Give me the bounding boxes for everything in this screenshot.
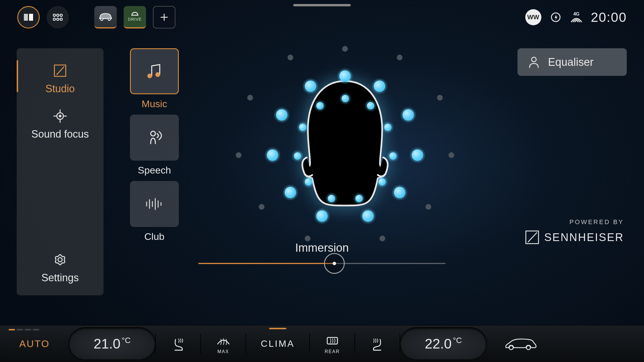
speaker-dot [316,102,324,109]
svg-point-22 [147,74,152,78]
apps-grid-icon [53,14,63,21]
sidebar-item-label: Studio [45,83,75,95]
brand-subtitle: POWERED BY [525,218,624,226]
preset-club[interactable]: Club [124,181,185,242]
speaker-dot [448,152,454,158]
speaker-dot [394,187,405,198]
climate-bar: AUTO 21.0°C MAX CLIMA [0,325,644,362]
climate-auto-button[interactable]: AUTO [0,326,69,362]
speaker-dot [288,55,293,60]
speaker-dot [267,149,278,161]
speaker-dot [355,195,363,202]
left-temp-control[interactable]: 21.0°C [69,326,155,362]
person-icon [527,55,540,69]
svg-point-16 [59,115,61,117]
cellular-signal-icon: 4G [570,11,583,24]
sidebar: Studio Sound focus Settings [17,48,103,295]
svg-point-8 [101,18,103,20]
status-area: WW 4G 20:00 [525,9,627,25]
music-note-icon [144,61,164,81]
svg-point-24 [151,131,155,136]
left-temp-unit: °C [122,336,131,345]
rear-defrost-button[interactable]: REAR [310,326,354,362]
front-defrost-icon [216,334,231,348]
car-side-icon [504,337,538,351]
svg-point-6 [57,18,59,20]
speaker-dot [437,95,443,101]
svg-line-33 [528,233,537,242]
svg-point-21 [58,258,62,262]
slider-fill [198,263,334,264]
speaker-dot [299,124,306,131]
svg-point-9 [108,18,110,20]
speaker-dot [305,178,312,186]
speaker-dot [412,149,423,161]
climate-auto-label: AUTO [19,338,50,349]
speaker-dot [247,95,253,101]
speaker-dot [285,187,296,198]
slider-thumb[interactable] [324,253,345,274]
svg-point-3 [57,14,59,16]
right-temp-unit: °C [453,336,462,345]
preset-speech[interactable]: Speech [124,115,185,176]
speaker-dot [362,210,374,222]
preset-music[interactable]: Music [124,48,185,109]
speaker-dot [294,152,301,160]
top-bar: DRIVE WW 4G 20:00 [0,0,644,34]
apps-grid-button[interactable] [47,6,69,28]
svg-point-35 [509,346,513,350]
right-temp-control[interactable]: 22.0°C [400,326,486,362]
sidebar-item-studio[interactable]: Studio [17,56,103,102]
front-defrost-button[interactable]: MAX [201,326,246,362]
preset-list: Music Speech Club [124,48,185,242]
svg-point-2 [53,14,55,16]
drive-mode-button[interactable]: DRIVE [124,6,146,28]
speaker-dot [379,236,385,241]
sidebar-item-settings[interactable]: Settings [17,245,103,295]
speaker-dot [342,46,348,52]
seat-heat-left-button[interactable] [156,326,200,362]
preset-label: Speech [138,165,171,176]
equaliser-button[interactable]: Equaliser [518,48,627,76]
sidebar-item-sound-focus[interactable]: Sound focus [17,102,103,147]
speaker-dot [342,95,349,102]
speaker-dot [328,195,335,202]
add-app-button[interactable] [153,6,175,28]
front-defrost-label: MAX [217,349,229,354]
svg-point-31 [532,57,536,62]
vehicle-status-button[interactable] [486,326,555,362]
sennheiser-logo-icon [525,230,540,245]
speaker-dot [425,204,431,210]
rear-defrost-label: REAR [325,349,340,354]
seat-heat-icon [171,336,186,351]
clock: 20:00 [591,9,627,25]
seat-heat-right-button[interactable] [355,326,400,362]
speaker-dot [305,80,316,92]
svg-point-7 [60,18,62,20]
speaker-dot [236,152,241,158]
speaker-dot [374,80,385,92]
speaker-dot [259,204,264,210]
immersion-label: Immersion [295,241,349,254]
immersion-control: Immersion [193,241,451,264]
svg-line-14 [57,67,64,74]
immersion-slider[interactable] [198,263,446,264]
speaker-dot [367,102,374,109]
plus-icon [160,13,168,22]
vehicle-app-button[interactable] [94,6,117,28]
sidebar-item-label: Settings [41,272,79,284]
profile-badge[interactable]: WW [525,9,541,25]
drive-car-icon [131,12,139,16]
brand-name: SENNHEISER [544,231,624,244]
car-icon [98,12,113,21]
speaker-dot [378,178,386,186]
speaker-dot [276,109,288,121]
home-layout-button[interactable] [17,6,40,28]
speaker-dot [384,124,392,131]
waveform-icon [144,194,164,214]
svg-point-5 [53,18,55,20]
speaker-dot [389,152,397,160]
speaker-dot [402,109,414,121]
svg-point-4 [60,14,62,16]
climate-menu-button[interactable]: CLIMA [246,326,309,362]
